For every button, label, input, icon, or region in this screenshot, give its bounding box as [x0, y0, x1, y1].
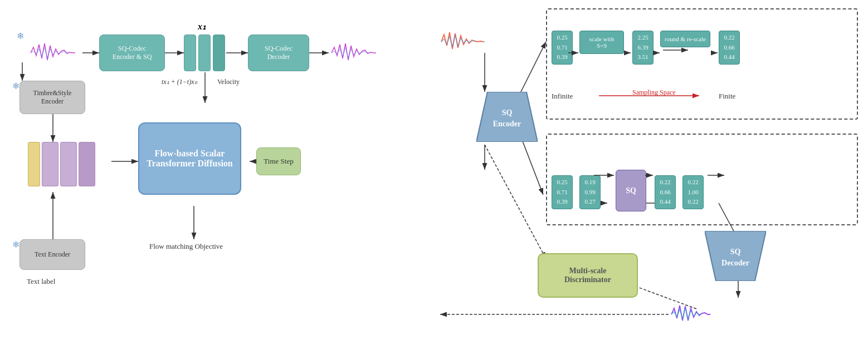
input-waveform — [28, 39, 78, 69]
output-waveform — [329, 39, 379, 69]
text-label: Text label — [27, 277, 55, 286]
x1-label: x₁ — [198, 21, 206, 32]
diagram-container: ❄ SQ-Codec Encoder & SQ x₁ tx₁ + (1−t)x₀… — [0, 0, 868, 345]
sq-box: SQ — [616, 170, 646, 211]
svg-text:Encoder: Encoder — [493, 120, 521, 128]
scale-with-label: scale with S=9 — [579, 31, 624, 54]
time-step-box: Time Step — [256, 147, 301, 175]
top-data-col2: 2.25 6.39 3.51 — [632, 31, 654, 65]
sq-codec-encoder-box: SQ-Codec Encoder & SQ — [99, 34, 165, 71]
mid-data-col3: 0.22 0.66 0.44 — [655, 175, 676, 209]
svg-text:Sampling Space: Sampling Space — [632, 89, 676, 96]
sq-codec-decoder-box: SQ-Codec Decoder — [248, 34, 309, 71]
sampling-space-label: Sampling Space — [599, 89, 710, 105]
mid-data-col4: 0.22 1.00 0.22 — [682, 175, 704, 209]
round-rescale-label: round & re-scale — [660, 31, 710, 47]
infinite-label: Infinite — [552, 92, 573, 101]
svg-text:SQ: SQ — [730, 248, 741, 256]
snowflake-timbre-icon: ❄ — [12, 81, 19, 91]
mid-data-col1: 0.25 0.71 0.39 — [552, 175, 573, 209]
snowflake-input-icon: ❄ — [17, 31, 24, 41]
text-encoder-box: Text Encoder — [19, 239, 85, 270]
snowflake-text-icon: ❄ — [12, 239, 19, 250]
svg-line-25 — [485, 145, 546, 259]
tx-formula-label: tx₁ + (1−t)x₀ — [162, 78, 197, 86]
top-data-col1: 0.25 0.71 0.39 — [552, 31, 573, 65]
svg-text:Decoder: Decoder — [721, 259, 749, 267]
velocity-label: Velocity — [217, 78, 240, 86]
mid-data-col2: 0.19 0.99 0.27 — [579, 175, 601, 209]
sq-encoder-trapezoid: SQ Encoder — [476, 92, 538, 144]
sq-decoder-trapezoid: SQ Decoder — [705, 231, 766, 283]
top-data-col3: 0.22 0.66 0.44 — [719, 31, 740, 65]
svg-text:SQ: SQ — [502, 109, 513, 117]
right-input-waveform — [440, 28, 485, 58]
flow-based-diffusion-box: Flow-based Scalar Transformer Diffusion — [138, 122, 241, 195]
timbre-style-encoder-box: Timbre&Style Encoder — [19, 81, 85, 114]
finite-label: Finite — [719, 92, 735, 101]
svg-marker-27 — [476, 92, 538, 142]
svg-marker-33 — [705, 231, 766, 281]
right-output-waveform — [669, 300, 741, 331]
embedding-boxes — [28, 142, 95, 186]
flow-matching-label: Flow matching Objective — [149, 242, 223, 251]
discriminator-box: Multi-scale Discriminator — [538, 253, 638, 298]
x1-rectangles — [184, 34, 225, 71]
